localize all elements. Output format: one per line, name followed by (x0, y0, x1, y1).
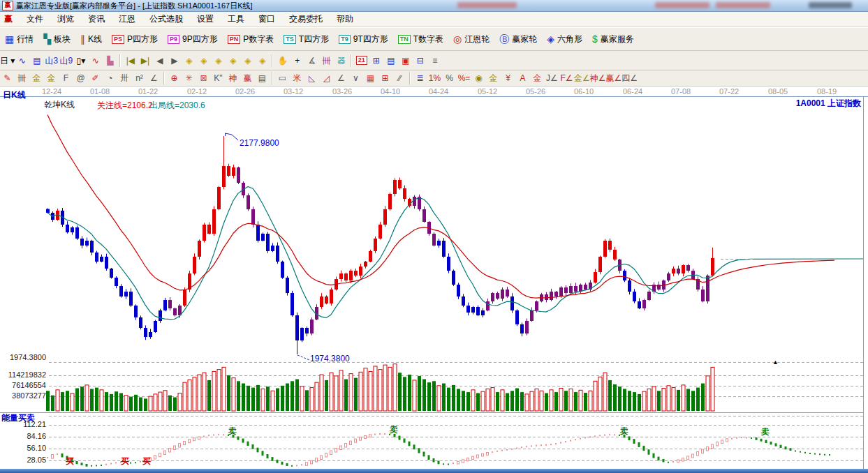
toolbar-button-winner-service[interactable]: $赢家服务 (587, 30, 639, 48)
tool-select-box-icon[interactable]: ▭ (275, 72, 290, 85)
tool-ying-angle-icon[interactable]: 赢∠ (606, 72, 622, 85)
toolbar-button-gann-wheel[interactable]: ◎江恩轮 (448, 30, 494, 48)
tool-f-grid-icon[interactable]: F (59, 72, 73, 85)
tool-diamond-compress-icon[interactable]: ◈ (226, 54, 240, 67)
menu-item-6[interactable]: 工具 (221, 13, 251, 25)
tool-money-mark-icon[interactable]: ¥ (501, 72, 515, 85)
tool-n-square-icon[interactable]: n² (132, 72, 147, 85)
tool-calendar-21-icon[interactable]: 21 (354, 54, 369, 67)
tool-diamond-4way-icon[interactable]: ◈ (255, 54, 270, 67)
tool-k-mark-icon[interactable]: K" (211, 72, 226, 85)
tool-pattern-search-icon[interactable]: 器 (334, 54, 348, 67)
tool-data-export-icon[interactable]: ⊟ (413, 54, 427, 67)
tool-fan-box-purple-icon[interactable]: ◺ (304, 72, 319, 85)
main-chart-svg[interactable] (0, 96, 868, 469)
toolbar-button-9p-square[interactable]: P99P四方形 (163, 30, 223, 48)
tool-bars-9-icon[interactable]: 山9 (59, 54, 73, 67)
tool-shen-grid-icon[interactable]: 神 (226, 72, 240, 85)
toolbar-button-p-square[interactable]: PSP四方形 (107, 30, 163, 48)
tool-slant-lines-icon[interactable]: ∕∕ (392, 72, 407, 85)
tool-zigzag-dashed-icon[interactable]: ∨ (348, 72, 363, 85)
toolbar-button-hexagon[interactable]: ◈六角形 (542, 30, 587, 48)
tool-volume-profile-icon[interactable]: ▙ (103, 54, 117, 67)
tool-period-day-dropdown-icon[interactable]: 日 ▾ (0, 54, 15, 67)
tool-trend-angle-icon[interactable]: ∠ (334, 72, 348, 85)
tool-j-angle-icon[interactable]: J∠ (545, 72, 559, 85)
menu-item-1[interactable]: 浏览 (50, 13, 81, 25)
tool-gold-box-icon[interactable]: 金 (530, 72, 545, 85)
menu-item-5[interactable]: 设置 (190, 13, 221, 25)
tool-pattern-red-icon[interactable]: ∿ (88, 54, 103, 67)
tool-gann-tool-purple-icon[interactable]: 卌 (319, 54, 334, 67)
tool-gold-circle-icon[interactable]: ◉ (471, 72, 486, 85)
tool-angle-ruler-icon[interactable]: ∠ (147, 72, 161, 85)
tool-save-floppy-icon[interactable]: ▣ (398, 54, 413, 67)
tool-wave-a-icon[interactable]: A (515, 72, 530, 85)
tool-gann-target-icon[interactable]: ⊕ (167, 72, 182, 85)
date-tick-03-12: 03-12 (284, 87, 303, 96)
menu-item-0[interactable]: 文件 (20, 13, 50, 25)
tool-next-page-icon[interactable]: ▶ (167, 54, 182, 67)
tool-info-document-icon[interactable]: ▤ (29, 54, 44, 67)
tool-scale-ruler-icon[interactable]: ≣ (413, 72, 427, 85)
scroll-up-arrow-icon[interactable]: ▲ (772, 359, 779, 366)
tool-gann-web-icon[interactable]: ✳ (182, 72, 196, 85)
tool-ying-grid-icon[interactable]: 赢 (240, 72, 255, 85)
tool-protractor-icon[interactable]: ∡ (304, 54, 319, 67)
tool-print-setup-icon[interactable]: ≡ (427, 54, 442, 67)
tool-gold-angle-icon[interactable]: 金∠ (574, 72, 590, 85)
menu-item-9[interactable]: 帮助 (330, 13, 360, 25)
tool-ruler-123-icon[interactable]: ▤ (255, 72, 270, 85)
tool-fan-box-red-icon[interactable]: ◿ (319, 72, 334, 85)
toolbar-button-kline[interactable]: ∥K线 (75, 30, 107, 48)
tool-gold-split-icon[interactable]: 金 (486, 72, 501, 85)
chart-area[interactable]: 日K线 乾坤K线 关注线=2106.2 出局线=2030.6 1A0001 上证… (0, 96, 868, 469)
tool-percent-icon[interactable]: % (442, 72, 457, 85)
tool-last-page-icon[interactable]: ▶| (138, 54, 152, 67)
toolbar-button-quotes[interactable]: ▦行情 (0, 30, 38, 48)
date-tick-02-12: 02-12 (187, 87, 207, 96)
tool-gold-grid-1-icon[interactable]: 金 (29, 72, 44, 85)
menu-item-7[interactable]: 窗口 (251, 13, 282, 25)
tool-price-grid-icon[interactable]: 卌 (15, 72, 29, 85)
tool-percent-lines-icon[interactable]: %= (457, 72, 471, 85)
menu-item-2[interactable]: 资讯 (81, 13, 112, 25)
tool-diamond-right-icon[interactable]: ◈ (196, 54, 211, 67)
tool-shen-angle-icon[interactable]: 神∠ (590, 72, 606, 85)
tool-pan-hand-icon[interactable]: ✋ (275, 54, 290, 67)
toolbar-button-t-number-table[interactable]: TNT数字表 (393, 30, 448, 48)
tool-diamond-expand-icon[interactable]: ◈ (211, 54, 226, 67)
pane-tab-daily-kline[interactable]: 日K线 (3, 89, 26, 101)
tool-gold-grid-2-icon[interactable]: 金 (44, 72, 59, 85)
toolbar-button-p-number-table[interactable]: PNP数字表 (223, 30, 279, 48)
tool-grid-arrow-icon[interactable]: ⊞ (378, 72, 392, 85)
tool-crosshair-icon[interactable]: + (290, 54, 304, 67)
tool-f-angle-icon[interactable]: F∠ (559, 72, 574, 85)
tool-draw-brush-icon[interactable]: ✎ (0, 72, 15, 85)
toolbar-button-t-square[interactable]: TST四方形 (279, 30, 334, 48)
tool-bars-3-icon[interactable]: 山3 (44, 54, 59, 67)
tool-gann-box-icon[interactable]: ⊠ (196, 72, 211, 85)
tool-calculator-icon[interactable]: ⊞ (369, 54, 383, 67)
tool-first-page-icon[interactable]: |◀ (123, 54, 138, 67)
tool-measure-pen-icon[interactable]: ✐ (88, 72, 103, 85)
menu-item-8[interactable]: 交易委托 (282, 13, 330, 25)
toolbar-button-9t-square[interactable]: T99T四方形 (334, 30, 393, 48)
toolbar-button-sectors[interactable]: ▚板块 (38, 30, 75, 48)
tool-notebook-icon[interactable]: ▤ (383, 54, 398, 67)
tool-diamond-full-icon[interactable]: ◈ (240, 54, 255, 67)
tool-percent-angle-icon[interactable]: 1% (427, 72, 442, 85)
menu-item-4[interactable]: 公式选股 (142, 13, 190, 25)
tool-time-circle-icon[interactable]: ◔ (103, 72, 117, 85)
tool-si-angle-icon[interactable]: 四∠ (621, 72, 638, 85)
tool-diamond-left-icon[interactable]: ◈ (182, 54, 196, 67)
tool-gann-fan-icon[interactable]: 米 (290, 72, 304, 85)
tool-trend-scribble-icon[interactable]: ∿ (15, 54, 29, 67)
tool-dense-grid-icon[interactable]: ▦ (363, 72, 378, 85)
menu-item-3[interactable]: 江恩 (112, 13, 142, 25)
toolbar-button-winner-wheel[interactable]: Ⓑ赢家轮 (494, 30, 542, 48)
tool-prev-page-icon[interactable]: ◀ (152, 54, 167, 67)
tool-spiral-icon[interactable]: @ (73, 72, 88, 85)
tool-small-grid-icon[interactable]: 卅 (117, 72, 132, 85)
tool-candle-style-dropdown-icon[interactable]: ▯▾ (73, 54, 88, 67)
